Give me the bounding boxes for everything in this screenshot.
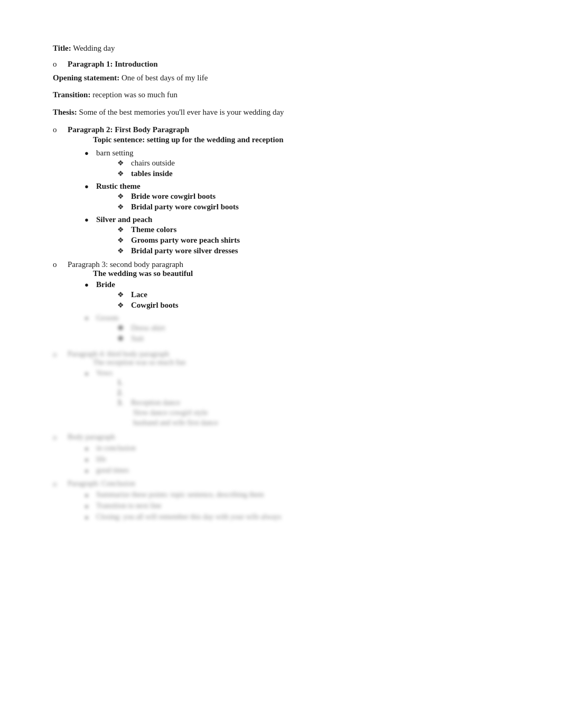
bullet-groom: ● Groom ❖ Dress shirt ❖ Suit: [85, 314, 449, 345]
bullet-summarize: ● Summarize these points: topic sentence…: [85, 491, 449, 500]
title-value: Wedding day: [73, 44, 115, 52]
bullet-life-text: life: [96, 455, 106, 464]
para5-bullet-list: ● in conclusion ● life ● good times: [53, 444, 449, 475]
reception-sub-list: Slow dance cowgirl style husband and wif…: [117, 409, 218, 427]
diamond-2: 2.: [117, 389, 218, 397]
diamond-marker-suit: ❖: [117, 334, 131, 343]
diamond-rd-text: Reception dance: [131, 399, 180, 407]
bullet-vows-text: Vows: [96, 369, 113, 377]
thesis-label: Thesis:: [53, 108, 77, 116]
title-line: Title: Wedding day: [53, 42, 449, 54]
para4-o-marker: o: [53, 350, 68, 359]
bullet-marker-vows: ●: [85, 370, 96, 378]
diamond-tables-text: tables inside: [131, 169, 173, 178]
diamond-bridal-silver: ❖ Bridal party wore silver dresses: [117, 246, 240, 255]
diamond-marker-2: ❖: [117, 169, 131, 178]
sub-item-1-text: Slow dance cowgirl style: [133, 409, 208, 417]
bullet-marker-close: ●: [85, 513, 96, 522]
para1-o-marker: o: [53, 60, 68, 69]
thesis-value: Some of the best memories you'll ever ha…: [79, 108, 284, 116]
bullet-marker-life: ●: [85, 456, 96, 464]
para3-o-marker: o: [53, 260, 68, 269]
opening-label: Opening statement:: [53, 73, 119, 82]
diamond-marker-6: ❖: [117, 236, 131, 245]
bullet-groom-content: Groom ❖ Dress shirt ❖ Suit: [96, 314, 165, 345]
document-container: Title: Wedding day o Paragraph 1: Introd…: [53, 42, 449, 522]
bullet-bride-content: Bride ❖ Lace ❖ Cowgirl boots: [96, 280, 179, 311]
para2-heading-item: o Paragraph 2: First Body Paragraph Topi…: [53, 125, 449, 146]
para6-heading: Paragraph: Conclusion: [68, 480, 135, 488]
para3-topic-sentence: The wedding was so beautiful: [68, 269, 193, 278]
bullet-rustic-content: Rustic theme ❖ Bride wore cowgirl boots …: [96, 182, 239, 213]
diamond-marker-rd: 3.: [117, 399, 131, 407]
bullet-marker-1: ●: [85, 149, 96, 158]
bullet-vows: ● Vows 1. 2. 3. R: [85, 369, 449, 429]
diamond-lace-text: Lace: [131, 290, 147, 299]
para4-topic: The reception was so much fun: [68, 358, 185, 367]
sub-item-2: husband and wife first dance: [133, 419, 218, 427]
opening-value: One of best days of my life: [121, 73, 208, 82]
diamond-marker-4: ❖: [117, 202, 131, 211]
diamond-grooms-peach: ❖ Grooms party wore peach shirts: [117, 236, 240, 245]
bullet-vows-content: Vows 1. 2. 3. Reception dance: [96, 369, 218, 429]
diamond-1: 1.: [117, 379, 218, 387]
diamond-chairs: ❖ chairs outside: [117, 159, 175, 168]
bullet-close-text: Closing: you all will remember this day …: [96, 513, 282, 521]
bullet-transition: ● Transition to next line: [85, 502, 449, 511]
diamond-marker-cowgirl: ❖: [117, 301, 131, 310]
diamond-bridal-silver-text: Bridal party wore silver dresses: [131, 246, 238, 255]
para2-topic-sentence: Topic sentence: setting up for the weddi…: [68, 135, 284, 144]
vows-diamond-list: 1. 2. 3. Reception dance: [96, 379, 218, 427]
bullet-marker-trans: ●: [85, 502, 96, 511]
bullet-closing: ● Closing: you all will remember this da…: [85, 513, 449, 522]
groom-diamond-list: ❖ Dress shirt ❖ Suit: [96, 324, 165, 343]
bullet-silver-content: Silver and peach ❖ Theme colors ❖ Grooms…: [96, 215, 240, 257]
para3-heading: Paragraph 3: second body paragraph: [68, 260, 183, 269]
silver-diamond-list: ❖ Theme colors ❖ Grooms party wore peach…: [96, 225, 240, 255]
bullet-sum-text: Summarize these points: topic sentence, …: [96, 491, 264, 499]
para2-o-marker: o: [53, 125, 68, 134]
diamond-bride-boots: ❖ Bride wore cowgirl boots: [117, 192, 239, 201]
bullet-gt-text: good times: [96, 466, 129, 475]
transition-value: reception was so much fun: [92, 90, 177, 99]
para6-o-marker: o: [53, 480, 68, 489]
diamond-theme-colors-text: Theme colors: [131, 225, 176, 234]
bullet-silver-text: Silver and peach: [96, 215, 152, 224]
para2-bullet-list: ● barn setting ❖ chairs outside ❖ tables…: [53, 149, 449, 257]
transition-line: Transition: reception was so much fun: [53, 89, 449, 101]
diamond-grooms-peach-text: Grooms party wore peach shirts: [131, 236, 240, 245]
bullet-life: ● life: [85, 455, 449, 464]
para6-bullet-list: ● Summarize these points: topic sentence…: [53, 491, 449, 522]
para5-heading: Body paragraph: [68, 433, 115, 441]
para3-heading-item: o Paragraph 3: second body paragraph The…: [53, 260, 449, 278]
bullet-marker-gt: ●: [85, 467, 96, 475]
bullet-marker-2: ●: [85, 182, 96, 191]
diamond-cowgirl-boots: ❖ Cowgirl boots: [117, 301, 179, 310]
diamond-suit-text: Suit: [131, 334, 144, 343]
para6-blurred-item: o Paragraph: Conclusion: [53, 480, 449, 489]
diamond-marker-5: ❖: [117, 225, 131, 234]
para1-heading-item: o Paragraph 1: Introduction: [53, 60, 449, 69]
bride-diamond-list: ❖ Lace ❖ Cowgirl boots: [96, 290, 179, 310]
diamond-marker-v1: 1.: [117, 379, 131, 387]
bullet-bride: ● Bride ❖ Lace ❖ Cowgirl boots: [85, 280, 449, 311]
diamond-theme-colors: ❖ Theme colors: [117, 225, 240, 234]
diamond-reception-dance: 3. Reception dance: [117, 399, 218, 407]
barn-diamond-list: ❖ chairs outside ❖ tables inside: [96, 159, 175, 178]
bullet-ic-text: in conclusion: [96, 444, 136, 453]
sub-item-2-text: husband and wife first dance: [133, 419, 218, 427]
diamond-marker-v2: 2.: [117, 389, 131, 397]
bullet-barn-setting: ● barn setting ❖ chairs outside ❖ tables…: [85, 149, 449, 180]
diamond-marker-7: ❖: [117, 246, 131, 255]
diamond-lace: ❖ Lace: [117, 290, 179, 299]
transition-label: Transition:: [53, 90, 90, 99]
bullet-trans-text: Transition to next line: [96, 502, 162, 510]
bullet-barn-text: barn setting: [96, 149, 133, 157]
diamond-marker-1: ❖: [117, 159, 131, 168]
diamond-bride-boots-text: Bride wore cowgirl boots: [131, 192, 216, 201]
bullet-silver-peach: ● Silver and peach ❖ Theme colors ❖ Groo…: [85, 215, 449, 257]
bullet-barn-content: barn setting ❖ chairs outside ❖ tables i…: [96, 149, 175, 180]
bullet-rustic-text: Rustic theme: [96, 182, 141, 190]
bullet-in-conclusion: ● in conclusion: [85, 444, 449, 453]
diamond-dress-shirt-text: Dress shirt: [131, 324, 165, 333]
